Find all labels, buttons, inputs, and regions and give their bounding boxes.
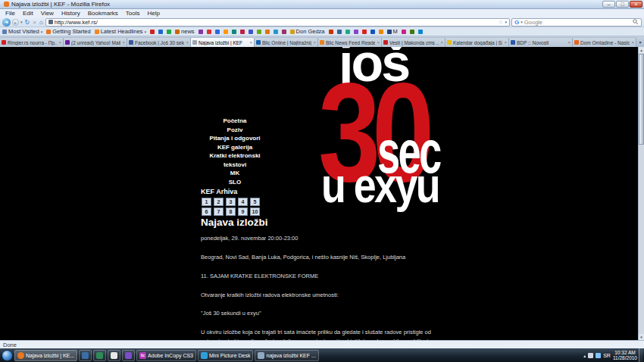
tab-close-icon[interactable]: × bbox=[567, 40, 571, 45]
bookmark-item[interactable] bbox=[199, 30, 203, 34]
nav-pocetna[interactable]: Početna bbox=[174, 117, 295, 126]
bookmark-item[interactable] bbox=[167, 30, 171, 34]
tab-close-icon[interactable]: × bbox=[249, 40, 252, 45]
taskbar-button-mini-picture-desk[interactable]: Mini Picture Desk bbox=[198, 350, 253, 361]
menu-tools[interactable]: Tools bbox=[122, 10, 144, 17]
bookmark-item[interactable]: Don Gedza bbox=[290, 28, 325, 35]
nav-pitanja-i-odgovori[interactable]: Pitanja i odgovori bbox=[174, 134, 295, 143]
archive-page-3[interactable]: 3 bbox=[226, 198, 236, 206]
url-input[interactable]: http://www.kef.rs/ bbox=[55, 19, 497, 26]
bookmark-star-icon[interactable]: ☆ bbox=[498, 19, 503, 26]
archive-page-9[interactable]: 9 bbox=[238, 208, 248, 216]
taskbar-button-firefox[interactable]: Najava izložbi | KE... bbox=[14, 350, 77, 361]
tray-icon[interactable] bbox=[596, 353, 601, 358]
home-button[interactable]: ⌂ bbox=[39, 18, 44, 27]
minimize-button[interactable]: – bbox=[602, 1, 615, 8]
bookmark-item[interactable] bbox=[257, 30, 261, 34]
bookmark-item[interactable] bbox=[418, 30, 423, 34]
clock[interactable]: 10:32 AM 11/28/2010 bbox=[613, 350, 637, 361]
tab-close-icon[interactable]: × bbox=[440, 40, 443, 45]
vertical-scrollbar[interactable]: ▴ ▾ bbox=[638, 47, 644, 340]
bookmark-item[interactable] bbox=[265, 30, 270, 34]
bookmark-item[interactable]: Most Visited▾ bbox=[2, 28, 42, 35]
taskbar-button-app-4[interactable] bbox=[122, 350, 135, 361]
tab-najava-izlozbi[interactable]: Najava izložbi | KEF × bbox=[191, 37, 255, 47]
bookmark-item[interactable] bbox=[150, 30, 155, 34]
bookmark-item[interactable] bbox=[410, 30, 414, 34]
menu-help[interactable]: Help bbox=[143, 10, 163, 17]
bookmark-item[interactable] bbox=[215, 30, 220, 34]
search-input[interactable]: Google bbox=[524, 19, 631, 26]
bookmark-item[interactable] bbox=[282, 30, 286, 34]
bookmark-item[interactable] bbox=[249, 30, 253, 34]
bookmark-item[interactable] bbox=[337, 30, 342, 34]
taskbar-button-app-3[interactable] bbox=[108, 350, 120, 361]
tab-dom-omladine[interactable]: Dom Omladine - Naslo... × bbox=[573, 37, 636, 47]
language-indicator[interactable]: SR bbox=[603, 353, 611, 358]
archive-page-1[interactable]: 1 bbox=[202, 198, 211, 206]
forward-button[interactable]: ► bbox=[12, 19, 19, 26]
bookmark-item[interactable] bbox=[345, 30, 350, 34]
archive-page-8[interactable]: 8 bbox=[226, 208, 236, 216]
menu-history[interactable]: History bbox=[58, 10, 84, 17]
bookmark-item[interactable] bbox=[232, 30, 236, 34]
archive-page-6[interactable]: 6 bbox=[202, 208, 211, 216]
start-button[interactable] bbox=[2, 350, 13, 361]
bookmark-item[interactable] bbox=[274, 30, 278, 34]
bookmark-item[interactable] bbox=[370, 30, 375, 34]
bookmark-item[interactable] bbox=[240, 30, 245, 34]
tab-close-icon[interactable]: × bbox=[313, 40, 316, 45]
tab-close-icon[interactable]: × bbox=[122, 40, 125, 45]
bookmark-item[interactable] bbox=[329, 30, 333, 34]
show-hidden-icons-icon[interactable]: ▴ bbox=[583, 353, 586, 358]
url-bar[interactable]: http://www.kef.rs/ ☆ ▾ bbox=[45, 18, 510, 27]
search-engine-dropdown-icon[interactable]: ▾ bbox=[521, 20, 523, 24]
bookmark-item[interactable]: Getting Started bbox=[46, 28, 90, 35]
tab-close-icon[interactable]: × bbox=[377, 40, 380, 45]
tab-ringier[interactable]: Ringier.rs nourra - Пр... × bbox=[0, 37, 64, 47]
taskbar-button-app-1[interactable] bbox=[79, 350, 92, 361]
reload-button[interactable]: ↻ bbox=[24, 18, 31, 27]
taskbar-button-incopy[interactable]: Ic Adobe InCopy CS3 bbox=[136, 350, 196, 361]
title-bar[interactable]: Najava izložbi | KEF - Mozilla Firefox –… bbox=[0, 0, 644, 9]
taskbar-button-app-2[interactable] bbox=[93, 350, 106, 361]
search-icon[interactable] bbox=[633, 19, 639, 25]
scroll-up-icon[interactable]: ▴ bbox=[639, 47, 644, 53]
bookmark-item[interactable] bbox=[379, 30, 383, 34]
menu-view[interactable]: View bbox=[37, 10, 58, 17]
bookmark-item[interactable] bbox=[224, 30, 228, 34]
nav-slo[interactable]: SLO bbox=[174, 178, 295, 187]
taskbar-button-najava-file[interactable]: najava izložbi KEF ... bbox=[255, 350, 318, 361]
tab-bdp-novosti[interactable]: BDP :: Novosti × bbox=[509, 37, 573, 47]
tab-yahoo-mail[interactable]: (2 unread) Yahoo! Mail... × bbox=[64, 37, 127, 47]
tab-close-icon[interactable]: × bbox=[631, 40, 634, 45]
menu-bookmarks[interactable]: Bookmarks bbox=[84, 10, 122, 17]
archive-page-7[interactable]: 7 bbox=[214, 208, 224, 216]
tab-close-icon[interactable]: × bbox=[504, 40, 507, 45]
show-desktop-button[interactable] bbox=[639, 348, 642, 362]
bookmark-item[interactable] bbox=[354, 30, 358, 34]
search-bar[interactable]: G ▾ Google bbox=[511, 18, 642, 27]
stop-button[interactable]: × bbox=[32, 18, 37, 27]
menu-edit[interactable]: Edit bbox=[19, 10, 37, 17]
bookmark-item[interactable] bbox=[402, 30, 406, 34]
close-button[interactable]: × bbox=[630, 1, 642, 8]
maximize-button[interactable]: □ bbox=[616, 1, 629, 8]
url-dropdown-icon[interactable]: ▾ bbox=[505, 20, 507, 24]
tab-blic-online[interactable]: Blic Online | Najtiražnij... × bbox=[255, 37, 318, 47]
bookmark-item[interactable] bbox=[362, 30, 367, 34]
nav-poziv[interactable]: Poziv bbox=[174, 126, 295, 135]
nav-kef-galerija[interactable]: KEF galerija bbox=[174, 143, 295, 152]
bookmark-item[interactable] bbox=[158, 30, 163, 34]
nav-kratki-elektronski-tekstovi[interactable]: Kratki elektronski tekstovi bbox=[199, 151, 271, 169]
tab-facebook[interactable]: Facebook | Još 30 seku... × bbox=[127, 37, 191, 47]
tab-close-icon[interactable]: × bbox=[58, 40, 61, 45]
archive-page-10[interactable]: 10 bbox=[250, 208, 260, 216]
scrollbar-thumb[interactable] bbox=[639, 54, 644, 145]
list-all-tabs-icon[interactable]: ▾ bbox=[636, 39, 644, 45]
search-engine-icon[interactable]: G bbox=[514, 19, 519, 26]
scroll-down-icon[interactable]: ▾ bbox=[639, 334, 644, 340]
bookmark-item[interactable] bbox=[207, 30, 211, 34]
bookmark-item[interactable]: news bbox=[175, 28, 195, 35]
tab-close-icon[interactable]: × bbox=[186, 40, 189, 45]
